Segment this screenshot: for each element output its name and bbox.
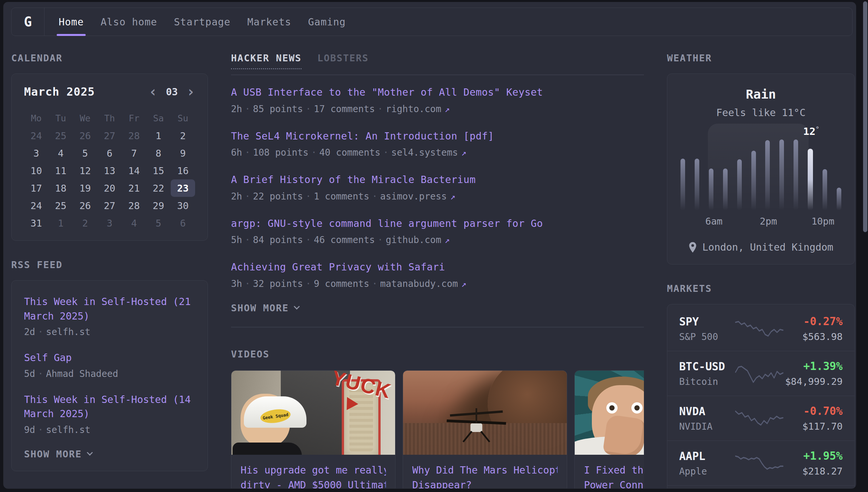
nav-item-markets[interactable]: Markets (247, 8, 291, 35)
market-row-spy[interactable]: SPYS&P 500-0.27%$563.98 (667, 306, 854, 351)
video-card-body: His upgrade got me reallydirty - AMD $50… (231, 455, 395, 489)
weather-bar (709, 169, 713, 211)
calendar-day[interactable]: 11 (48, 162, 73, 179)
person-art (602, 414, 644, 455)
market-row-msft[interactable]: MSFTMicrosoft+1.14%$391.26 (667, 485, 854, 489)
weather-location-row: London, United Kingdom (679, 241, 843, 253)
calendar-day[interactable]: 14 (122, 162, 146, 179)
calendar-day[interactable]: 24 (24, 127, 48, 144)
calendar-day[interactable]: 24 (24, 197, 48, 214)
market-symbol: SPY (679, 315, 735, 328)
market-price: $117.70 (784, 421, 843, 432)
rss-item-link[interactable]: This Week in Self-Hosted (21 March 2025) (24, 294, 195, 323)
tabs-divider (231, 75, 644, 75)
rss-list: This Week in Self-Hosted (21 March 2025)… (24, 294, 195, 435)
market-price: $84,999.29 (784, 376, 843, 387)
calendar-day[interactable]: 17 (24, 179, 48, 197)
tab-hacker-news[interactable]: HACKER NEWS (231, 52, 301, 69)
video-thumbnail: Geek SquadYUCK (231, 371, 395, 455)
calendar-day[interactable]: 8 (146, 144, 171, 162)
calendar-day[interactable]: 30 (171, 197, 195, 214)
news-item-link[interactable]: The SeL4 Microkernel: An Introduction [p… (231, 129, 644, 144)
calendar-day[interactable]: 26 (73, 127, 97, 144)
calendar-day[interactable]: 25 (48, 197, 73, 214)
nav-item-home[interactable]: Home (59, 8, 84, 35)
market-row-btc-usd[interactable]: BTC-USDBitcoin+1.39%$84,999.29 (667, 351, 854, 396)
calendar-day-selected[interactable]: 23 (171, 179, 195, 197)
nav-item-gaming[interactable]: Gaming (308, 8, 346, 35)
dot-separator: · (375, 103, 386, 115)
video-card[interactable]: Why Did The Mars HelicopterDisappear?2d·… (403, 370, 567, 489)
calendar-day[interactable]: 6 (171, 214, 195, 232)
external-link-icon: ↗ (458, 148, 467, 157)
nav-item-also-home[interactable]: Also home (101, 8, 157, 35)
dot-separator: · (380, 147, 391, 158)
calendar-day[interactable]: 28 (122, 197, 146, 214)
calendar-day[interactable]: 10 (24, 162, 48, 179)
calendar-day[interactable]: 13 (97, 162, 122, 179)
market-sparkline (735, 317, 784, 340)
page-scrollbar-thumb[interactable] (863, 1, 867, 232)
rss-show-more-button[interactable]: SHOW MORE (24, 448, 195, 460)
news-item-points: 22 points (253, 191, 303, 202)
calendar-day[interactable]: 9 (171, 144, 195, 162)
calendar-day[interactable]: 3 (97, 214, 122, 232)
calendar-day[interactable]: 18 (48, 179, 73, 197)
calendar-day[interactable]: 3 (24, 144, 48, 162)
news-item-link[interactable]: A USB Interface to the "Mother of All De… (231, 85, 644, 100)
calendar-day[interactable]: 27 (97, 127, 122, 144)
rss-item-meta: 9d·selfh.st (24, 424, 195, 435)
news-item-link[interactable]: argp: GNU-style command line argument pa… (231, 216, 644, 231)
calendar-next-icon[interactable]: › (186, 87, 195, 97)
calendar-day[interactable]: 19 (73, 179, 97, 197)
calendar-day[interactable]: 29 (146, 197, 171, 214)
calendar-day[interactable]: 28 (122, 127, 146, 144)
calendar-day[interactable]: 2 (73, 214, 97, 232)
calendar-day[interactable]: 22 (146, 179, 171, 197)
calendar-day[interactable]: 6 (97, 144, 122, 162)
video-card[interactable]: DOTHTI Fixed the 5Power Connect3d·Linus … (574, 370, 644, 489)
news-show-more-button[interactable]: SHOW MORE (231, 302, 644, 314)
video-title-line: dirty - AMD $5000 Ultimate… (241, 477, 386, 489)
rss-item-source: Ahmad Shadeed (46, 368, 118, 379)
calendar-day[interactable]: 21 (122, 179, 146, 197)
market-id: SPYS&P 500 (679, 315, 735, 342)
calendar-day[interactable]: 4 (122, 214, 146, 232)
calendar-day[interactable]: 27 (97, 197, 122, 214)
calendar-day[interactable]: 31 (24, 214, 48, 232)
app-logo[interactable]: G (11, 8, 45, 35)
calendar-day[interactable]: 5 (146, 214, 171, 232)
calendar-day[interactable]: 12 (73, 162, 97, 179)
weather-bar (751, 151, 756, 211)
calendar-prev-icon[interactable]: ‹ (149, 87, 158, 97)
chevron-down-icon (87, 449, 93, 456)
calendar-day[interactable]: 2 (171, 127, 195, 144)
nav-item-startpage[interactable]: Startpage (174, 8, 231, 35)
news-item-link[interactable]: Achieving Great Privacy with Safari (231, 260, 644, 274)
calendar-day[interactable]: 5 (73, 144, 97, 162)
market-row-aapl[interactable]: AAPLApple+1.95%$218.27 (667, 441, 854, 485)
markets-section-title: MARKETS (667, 283, 855, 294)
calendar-day[interactable]: 20 (97, 179, 122, 197)
rss-item-link[interactable]: Self Gap (24, 350, 195, 365)
market-sparkline (735, 407, 784, 430)
weather-bar (779, 140, 784, 211)
calendar-day[interactable]: 1 (48, 214, 73, 232)
news-item-comments: 40 comments (319, 147, 380, 158)
tab-lobsters[interactable]: LOBSTERS (317, 52, 369, 64)
calendar-day[interactable]: 15 (146, 162, 171, 179)
news-item-domain: righto.com (386, 103, 441, 115)
news-item-age: 6h (231, 147, 242, 158)
weather-bar (822, 169, 827, 211)
weather-axis-labels: 6am2pm10pm (679, 216, 843, 230)
market-row-nvda[interactable]: NVDANVIDIA-0.70%$117.70 (667, 396, 854, 441)
calendar-day[interactable]: 26 (73, 197, 97, 214)
news-item-link[interactable]: A Brief History of the Miracle Bacterium (231, 172, 644, 187)
rss-item-link[interactable]: This Week in Self-Hosted (14 March 2025) (24, 392, 195, 421)
calendar-day[interactable]: 4 (48, 144, 73, 162)
calendar-day[interactable]: 7 (122, 144, 146, 162)
video-card[interactable]: Geek SquadYUCKHis upgrade got me reallyd… (231, 370, 395, 489)
calendar-day[interactable]: 25 (48, 127, 73, 144)
calendar-day[interactable]: 16 (171, 162, 195, 179)
calendar-day[interactable]: 1 (146, 127, 171, 144)
